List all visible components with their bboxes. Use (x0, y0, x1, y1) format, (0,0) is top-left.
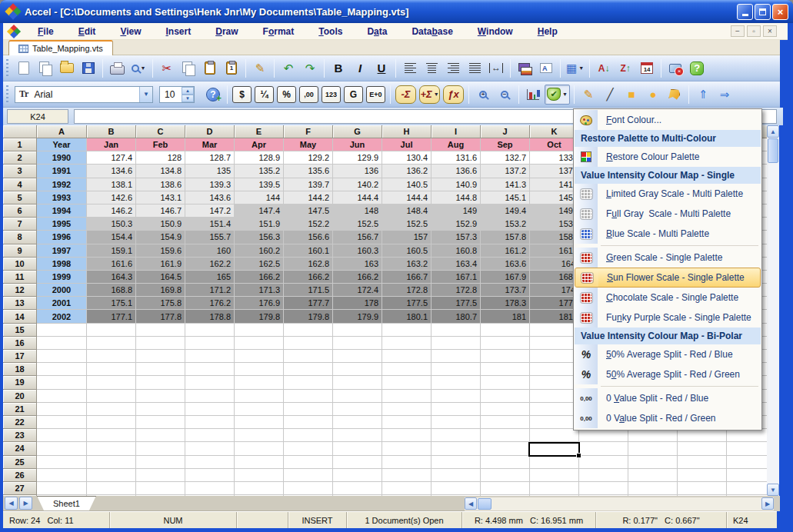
cell[interactable]: 129.2 (284, 151, 333, 165)
cell[interactable]: 135.6 (284, 165, 333, 178)
cell[interactable] (37, 416, 87, 429)
cell[interactable] (481, 416, 530, 429)
cell[interactable]: 177.1 (87, 310, 136, 323)
title-bar[interactable]: Accel - [C:\Documents and Settings\Henk … (0, 0, 793, 23)
cell[interactable]: 169.8 (136, 284, 185, 297)
column-header-C[interactable]: C (136, 125, 185, 138)
cell[interactable] (579, 456, 628, 469)
cell[interactable]: 165 (185, 271, 235, 284)
cell[interactable] (284, 363, 333, 376)
cell[interactable] (431, 429, 481, 442)
column-header-J[interactable]: J (481, 125, 530, 138)
cell[interactable]: 154.4 (87, 231, 136, 244)
menu-item-limited-gray-scale-multi-palette[interactable]: Limited Gray Scale - Multi Palette (575, 184, 761, 204)
cell-year[interactable]: 1996 (37, 231, 87, 244)
cell[interactable] (185, 416, 235, 429)
cell[interactable]: 138.6 (136, 178, 185, 191)
sort-descending-button[interactable]: A↓ (594, 58, 614, 78)
cell[interactable] (136, 429, 185, 442)
cell[interactable]: 152.5 (382, 218, 431, 231)
cell[interactable] (431, 390, 481, 403)
cell[interactable]: 152.9 (431, 218, 481, 231)
cell[interactable] (87, 363, 136, 376)
cell[interactable] (87, 324, 136, 337)
cell[interactable] (284, 456, 333, 469)
cell[interactable] (333, 442, 382, 455)
ellipse-button[interactable]: ● (643, 85, 663, 105)
cell[interactable] (530, 350, 579, 363)
cell[interactable]: 171.5 (284, 284, 333, 297)
cell[interactable] (727, 482, 767, 495)
cell[interactable]: 179.9 (333, 310, 382, 323)
cell[interactable]: 160.2 (235, 244, 284, 258)
cell[interactable]: 160 (185, 244, 235, 258)
cell[interactable]: 141. (530, 178, 579, 191)
cell[interactable] (727, 469, 767, 482)
cell[interactable] (284, 324, 333, 337)
cell[interactable]: 133. (530, 151, 579, 165)
cell[interactable]: 161. (530, 244, 579, 258)
cell[interactable]: 157.8 (481, 231, 530, 244)
cell[interactable]: 164.3 (87, 271, 136, 284)
cell[interactable] (481, 403, 530, 416)
cell[interactable] (136, 337, 185, 350)
cell[interactable]: 146.2 (87, 204, 136, 218)
font-dialog-button[interactable]: A (536, 58, 556, 78)
freeform-button[interactable] (665, 85, 685, 105)
toolbar-grip[interactable] (6, 59, 8, 78)
maximize-button[interactable] (755, 4, 771, 20)
cell[interactable]: 166.2 (284, 271, 333, 284)
cell[interactable]: 161.6 (87, 258, 136, 271)
cell[interactable]: 144.4 (333, 191, 382, 204)
cell[interactable]: 137.2 (481, 165, 530, 178)
cell[interactable]: 131.6 (431, 151, 481, 165)
undo-button[interactable]: ↶ (278, 58, 298, 78)
cell[interactable] (185, 456, 235, 469)
menu-item-restore-colour-palette[interactable]: Restore Colour Palette (575, 147, 761, 167)
cell[interactable] (136, 376, 185, 389)
cell[interactable] (678, 482, 727, 495)
row-header-23[interactable]: 23 (3, 429, 37, 442)
menu-item-blue-scale-multi-palette[interactable]: Blue Scale - Multi Palette (575, 224, 761, 244)
cell[interactable] (136, 390, 185, 403)
chevron-down-icon[interactable]: ▼ (141, 65, 146, 71)
cell-month-header[interactable]: Jun (333, 138, 382, 151)
cell-year-header[interactable]: Year (37, 138, 87, 151)
cell[interactable] (235, 390, 284, 403)
cell[interactable]: 172.4 (333, 284, 382, 297)
cell[interactable]: 156.3 (235, 231, 284, 244)
print-button[interactable] (107, 58, 127, 78)
cell-year[interactable]: 2000 (37, 284, 87, 297)
cell[interactable]: 138.1 (87, 178, 136, 191)
chevron-down-icon[interactable]: ▼ (562, 91, 568, 97)
cell[interactable] (382, 416, 431, 429)
chevron-down-icon[interactable]: ▼ (578, 65, 584, 71)
cell[interactable] (382, 337, 431, 350)
cell[interactable] (333, 350, 382, 363)
size-down-icon[interactable]: ▼ (182, 95, 194, 102)
number-format-button[interactable]: 123 (322, 86, 341, 103)
cell[interactable] (87, 429, 136, 442)
row-header-11[interactable]: 11 (3, 271, 37, 284)
cell[interactable] (136, 469, 185, 482)
cell[interactable]: 140.2 (333, 178, 382, 191)
cell[interactable]: 149 (431, 204, 481, 218)
cell[interactable]: 178.8 (185, 310, 235, 323)
justify-button[interactable] (465, 58, 485, 78)
menu-item-0-value-split-red-blue[interactable]: 0,000 Value Split - Red / Blue (575, 388, 761, 408)
cell[interactable] (628, 456, 678, 469)
help-assistant-button[interactable]: ? (203, 85, 223, 105)
cell[interactable]: 143.6 (185, 191, 235, 204)
row-header-20[interactable]: 20 (3, 390, 37, 403)
row-header-4[interactable]: 4 (3, 178, 37, 191)
cell[interactable] (136, 456, 185, 469)
select-all-corner[interactable] (3, 125, 37, 138)
cell[interactable] (579, 469, 628, 482)
cell[interactable] (481, 442, 530, 455)
currency-format-button[interactable]: $ (232, 86, 252, 103)
vertical-scroll-thumb[interactable] (768, 138, 778, 163)
row-header-27[interactable]: 27 (3, 482, 37, 495)
menubar-item-help[interactable]: Help (525, 24, 570, 39)
cell[interactable]: 159.6 (136, 244, 185, 258)
cell-format-button[interactable] (515, 58, 535, 78)
